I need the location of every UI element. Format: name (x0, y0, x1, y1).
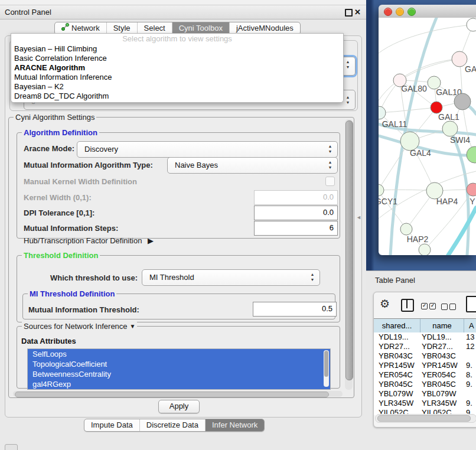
minimized-panel-icon[interactable] (5, 444, 18, 450)
stepper-icon[interactable]: ▲▼ (327, 144, 334, 154)
settings-horizontal-scrollbar[interactable] (13, 391, 343, 397)
table-cell: YBR043C (374, 351, 420, 361)
collapsed-arrow-icon[interactable]: ▶ (148, 236, 154, 245)
table-cell (463, 389, 476, 399)
deselect-all-box-icon[interactable] (441, 304, 448, 310)
zoom-traffic-light-icon[interactable] (407, 8, 416, 16)
apply-button[interactable]: Apply (158, 400, 200, 413)
settings-horizontal-thumb[interactable] (15, 392, 329, 397)
panel-divider-grip[interactable]: ◄ (356, 214, 361, 220)
table-row[interactable]: YDL19...YDL19...13 (374, 332, 476, 342)
minimize-traffic-light-icon[interactable] (396, 8, 404, 16)
tab-network[interactable]: Network (55, 22, 106, 34)
manual-kernel-checkbox[interactable] (325, 177, 335, 186)
table-row[interactable]: YBR045CYBR045C9. (374, 380, 476, 389)
tab-cyni-toolbox[interactable]: Cyni Toolbox (172, 22, 229, 34)
table-cell: YBL079W (374, 389, 420, 399)
network-node[interactable] (442, 121, 458, 136)
data-attributes-list[interactable]: SelfLoopsTopologicalCoefficientBetweenne… (27, 348, 331, 390)
network-node[interactable] (419, 244, 431, 255)
tab-style[interactable]: Style (106, 22, 137, 34)
network-node[interactable] (467, 18, 476, 31)
document-icon[interactable] (466, 296, 476, 312)
expanded-arrow-icon[interactable]: ▼ (130, 322, 136, 331)
tab-impute-data[interactable]: Impute Data (84, 419, 139, 431)
settings-scrollbar-thumb[interactable] (345, 120, 353, 380)
network-node[interactable] (431, 102, 442, 113)
table-row[interactable]: YDR27...YDR27...12 (374, 342, 476, 351)
hub-definition-label: Hub/Transcription Factor Definition (24, 236, 142, 245)
data-attributes-label: Data Attributes (21, 337, 76, 345)
attribute-list-item[interactable]: BetweennessCentrality (28, 369, 330, 379)
network-edge[interactable] (400, 59, 459, 80)
close-traffic-light-icon[interactable] (384, 8, 392, 16)
table-row[interactable]: YBL079WYBL079W (374, 389, 476, 399)
column-header-shared-name[interactable]: shared... (374, 319, 420, 332)
algorithm-definition-title: Algorithm Definition (22, 128, 99, 137)
kernel-width-field[interactable]: 0.0 (254, 190, 338, 205)
mi-threshold-field[interactable]: 0.5 (253, 302, 337, 317)
table-cell: 8. (463, 370, 476, 380)
stepper-icon[interactable]: ▲▼ (327, 159, 334, 170)
kernel-width-label: Kernel Width (0,1): (24, 193, 92, 202)
table-cell: YBR045C (374, 380, 420, 389)
stepper-icon[interactable]: ▲▼ (344, 59, 351, 70)
table-row[interactable]: YLR345WYLR345W9. (374, 399, 476, 408)
dropdown-placeholder: Select algorithm to view settings (11, 34, 343, 44)
network-node[interactable] (400, 223, 412, 235)
column-header-clipped[interactable]: A (464, 319, 476, 332)
column-header-name[interactable]: name (420, 319, 464, 332)
table-cell: YPR145W (374, 361, 420, 370)
gear-icon[interactable]: ⚙ (380, 297, 390, 311)
dpi-tolerance-field[interactable]: 0.0 (254, 206, 338, 220)
close-icon[interactable]: ✕ (354, 5, 361, 19)
algorithm-option[interactable]: Dream8 DC_TDC Algorithm (11, 92, 343, 101)
algorithm-option[interactable]: Bayesian – Hill Climbing (11, 44, 343, 54)
aracne-mode-combo[interactable]: Discovery ▲▼ (77, 141, 338, 158)
mi-steps-field[interactable]: 6 (254, 221, 338, 236)
network-window-titlebar[interactable] (379, 5, 476, 18)
select-all-check-icon[interactable]: ✓ (421, 303, 428, 309)
network-node[interactable] (454, 93, 471, 110)
table-row[interactable]: YPR145WYPR145W9. (374, 361, 476, 370)
algorithm-option[interactable]: Basic Correlation Inference (11, 54, 343, 63)
network-node[interactable] (379, 184, 384, 196)
float-window-icon[interactable] (345, 9, 353, 17)
tab-jactivemnodules[interactable]: jActiveMNodules (229, 22, 300, 34)
attributes-scrollbar[interactable] (324, 350, 329, 387)
stepper-icon[interactable]: ▲▼ (344, 94, 351, 105)
stepper-icon[interactable]: ▲▼ (309, 272, 316, 282)
sources-group-title: Sources for Network Inference ▼ (22, 322, 137, 331)
settings-scrollbar[interactable] (345, 119, 353, 390)
tab-infer-network[interactable]: Infer Network (205, 419, 264, 431)
network-canvas[interactable]: GALGAL80GAL10GAL1GAL11SWI4GAL4GCY1HAP4YH… (379, 18, 476, 255)
columns-icon[interactable] (401, 299, 414, 312)
deselect-all-box-icon[interactable] (449, 304, 456, 310)
hub-definition-row[interactable]: Hub/Transcription Factor Definition ▶ (24, 236, 154, 245)
which-threshold-combo[interactable]: MI Threshold ▲▼ (142, 269, 320, 286)
table-horizontal-thumb[interactable] (377, 415, 471, 422)
network-graph-icon (61, 22, 69, 34)
tab-select[interactable]: Select (137, 22, 172, 34)
attributes-scrollbar-thumb[interactable] (324, 351, 328, 377)
tab-label: jActiveMNodules (236, 22, 294, 34)
mi-type-combo[interactable]: Naive Bayes ▲▼ (167, 157, 338, 174)
table-cell: YER054C (374, 370, 420, 380)
table-row[interactable]: YBR043CYBR043C (374, 351, 476, 361)
algorithm-option[interactable]: Mutual Information Inference (11, 73, 343, 82)
table-horizontal-scrollbar[interactable] (375, 414, 476, 423)
mi-steps-label: Mutual Information Steps: (24, 224, 118, 233)
algorithm-option[interactable]: ARACNE Algorithm (11, 63, 343, 73)
tab-discretize-data[interactable]: Discretize Data (139, 419, 205, 431)
node-label: GAL4 (410, 148, 431, 158)
algorithm-popup-list: Bayesian – Hill ClimbingBasic Correlatio… (11, 44, 343, 101)
network-view-window[interactable]: GALGAL80GAL10GAL1GAL11SWI4GAL4GCY1HAP4YH… (379, 5, 476, 255)
select-all-check-icon[interactable]: ✓ (429, 303, 436, 309)
algorithm-option[interactable]: Bayesian – K2 (11, 82, 343, 92)
attribute-list-item[interactable]: TopologicalCoefficient (28, 359, 330, 369)
attribute-list-item[interactable]: SelfLoops (28, 349, 330, 359)
network-node[interactable] (467, 146, 476, 163)
table-row[interactable]: YER054CYER054C8. (374, 370, 476, 380)
network-edge[interactable] (448, 208, 476, 255)
attribute-list-item[interactable]: gal4RGexp (28, 379, 330, 389)
